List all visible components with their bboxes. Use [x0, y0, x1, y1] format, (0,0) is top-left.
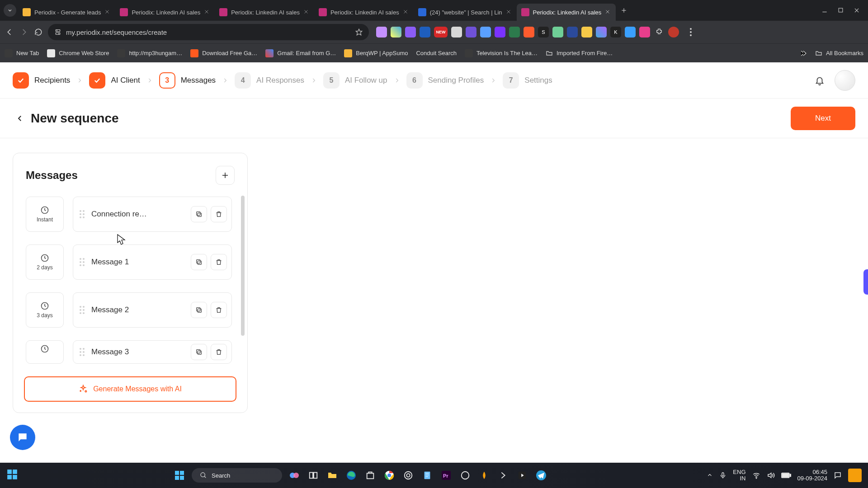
next-button[interactable]: Next	[791, 107, 855, 130]
edge-icon[interactable]	[344, 469, 358, 482]
new-tab-button[interactable]	[618, 4, 630, 17]
drag-handle-icon[interactable]	[80, 210, 86, 218]
drag-handle-icon[interactable]	[80, 348, 86, 356]
step-messages[interactable]: 3 Messages	[159, 72, 216, 89]
close-icon[interactable]	[204, 9, 210, 15]
task-view-icon[interactable]	[307, 469, 320, 482]
extension-icon[interactable]: K	[610, 27, 621, 38]
message-card[interactable]: Message 2	[73, 292, 232, 328]
step-sending-profiles[interactable]: 6 Sending Profiles	[406, 72, 484, 89]
telegram-icon[interactable]	[534, 469, 548, 482]
delay-chip[interactable]: 3 days	[26, 292, 64, 328]
wifi-icon[interactable]	[752, 471, 760, 479]
volume-icon[interactable]	[767, 471, 775, 479]
delay-chip[interactable]: Instant	[26, 197, 64, 232]
clock[interactable]: 06:45 09-09-2024	[797, 469, 828, 482]
bell-icon[interactable]	[815, 75, 825, 85]
step-ai-followup[interactable]: 5 AI Follow up	[323, 72, 387, 89]
file-explorer-icon[interactable]	[326, 469, 339, 482]
browser-menu-button[interactable]	[686, 28, 695, 37]
app-icon[interactable]	[458, 469, 472, 482]
maximize-button[interactable]	[838, 7, 844, 14]
bookmark-item[interactable]: Television Is The Lea…	[465, 49, 538, 57]
premiere-icon[interactable]: Pr	[439, 469, 453, 482]
tray-overflow-icon[interactable]	[707, 472, 713, 479]
message-card[interactable]: Message 3	[73, 340, 232, 364]
bookmark-item[interactable]: Conduit Search	[416, 50, 457, 56]
reload-button[interactable]	[33, 27, 43, 37]
scrollbar-thumb[interactable]	[241, 196, 245, 336]
side-handle[interactable]	[863, 269, 868, 295]
delete-button[interactable]	[211, 206, 227, 222]
close-icon[interactable]	[605, 9, 611, 15]
app-icon[interactable]	[515, 469, 529, 482]
drag-handle-icon[interactable]	[80, 258, 86, 266]
delay-chip[interactable]: 2 days	[26, 244, 64, 280]
browser-tab[interactable]: Periodix: Linkedin AI sales	[314, 4, 414, 21]
extension-icon[interactable]	[420, 27, 430, 38]
generate-messages-button[interactable]: Generate Messages with AI	[24, 376, 236, 402]
extension-icon[interactable]	[509, 27, 520, 38]
step-recipients[interactable]: Recipients	[13, 72, 70, 89]
bookmark-item[interactable]: BerqWP | AppSumo	[344, 49, 408, 57]
battery-icon[interactable]	[781, 472, 791, 479]
extension-icon[interactable]	[480, 27, 491, 38]
browser-tab[interactable]: Periodix: Linkedin AI sales	[115, 4, 215, 21]
extensions-menu-icon[interactable]	[654, 27, 665, 38]
tabs-dropdown-button[interactable]	[4, 4, 16, 17]
bookmark-item[interactable]: http://mp3hungam…	[117, 49, 182, 57]
app-icon[interactable]	[496, 469, 510, 482]
notepad-icon[interactable]	[420, 469, 434, 482]
notifications-icon[interactable]	[834, 471, 842, 479]
extension-icon[interactable]	[405, 27, 416, 38]
bookmark-item[interactable]: Gmail: Email from G…	[265, 49, 336, 57]
taskbar-search[interactable]: Search	[192, 468, 282, 483]
duplicate-button[interactable]	[191, 344, 207, 360]
add-message-button[interactable]	[216, 166, 235, 185]
back-button[interactable]	[13, 111, 27, 126]
close-icon[interactable]	[506, 9, 512, 15]
bookmark-star-icon[interactable]	[355, 28, 363, 36]
duplicate-button[interactable]	[191, 254, 207, 270]
extension-icon[interactable]	[581, 27, 592, 38]
browser-tab[interactable]: Periodix - Generate leads	[18, 4, 115, 21]
extension-icon[interactable]	[391, 27, 401, 38]
extension-icon[interactable]	[639, 27, 650, 38]
close-window-button[interactable]	[854, 7, 860, 14]
nav-forward-button[interactable]	[19, 27, 29, 37]
drag-handle-icon[interactable]	[80, 306, 86, 314]
delete-button[interactable]	[211, 344, 227, 360]
pinned-app-icon[interactable]	[848, 469, 862, 482]
minimize-button[interactable]	[821, 7, 828, 14]
duplicate-button[interactable]	[191, 206, 207, 222]
language-indicator[interactable]: ENG IN	[733, 469, 745, 482]
url-input[interactable]: my.periodix.net/sequences/create	[48, 24, 369, 40]
browser-tab[interactable]: Periodix: Linkedin AI sales	[215, 4, 314, 21]
duplicate-button[interactable]	[191, 302, 207, 318]
close-icon[interactable]	[104, 9, 111, 15]
extension-icon[interactable]	[466, 27, 476, 38]
bookmark-item[interactable]: Download Free Ga…	[190, 49, 257, 57]
delay-chip[interactable]	[26, 340, 64, 364]
extension-icon[interactable]	[596, 27, 607, 38]
profile-avatar-icon[interactable]	[668, 27, 679, 38]
extension-icon[interactable]: NEW	[434, 27, 448, 38]
extension-icon[interactable]	[495, 27, 505, 38]
extension-icon[interactable]	[552, 27, 563, 38]
widgets-button[interactable]	[6, 469, 20, 482]
extension-icon[interactable]: S	[538, 27, 549, 38]
obs-icon[interactable]	[401, 469, 415, 482]
copilot-icon[interactable]	[288, 469, 301, 482]
extension-icon[interactable]	[567, 27, 578, 38]
mic-icon[interactable]	[719, 472, 726, 479]
close-icon[interactable]	[403, 9, 409, 15]
step-settings[interactable]: 7 Settings	[503, 72, 552, 89]
store-icon[interactable]	[363, 469, 377, 482]
bookmark-item[interactable]: Chrome Web Store	[47, 49, 109, 57]
browser-tab-active[interactable]: Periodix: Linkedin AI sales	[517, 4, 616, 21]
close-icon[interactable]	[303, 9, 310, 15]
extension-icon[interactable]	[625, 27, 636, 38]
message-card[interactable]: Connection re…	[73, 197, 232, 232]
site-settings-icon[interactable]	[54, 28, 61, 36]
app-icon[interactable]	[477, 469, 491, 482]
